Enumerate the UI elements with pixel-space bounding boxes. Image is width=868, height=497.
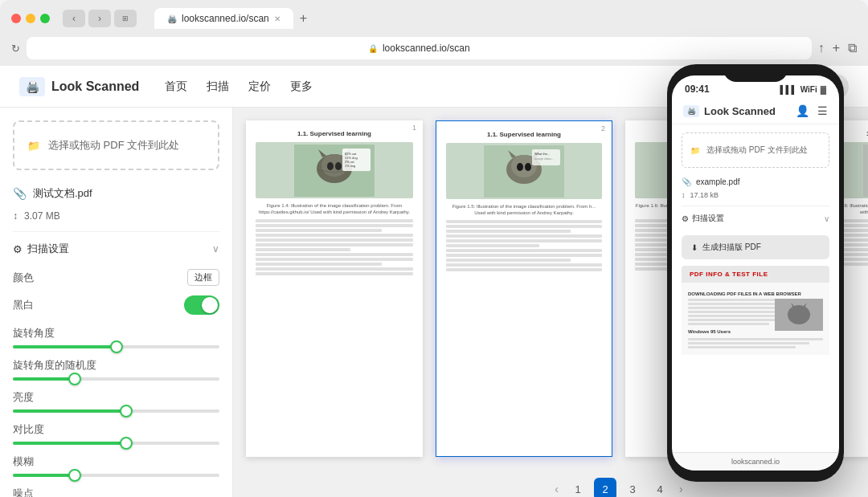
rotation-random-slider-track[interactable]: [13, 377, 219, 381]
phone-file-size: ↕ 17.18 kB: [682, 189, 829, 206]
color-badge[interactable]: 边框: [187, 269, 219, 286]
page-number-2: 2: [601, 124, 605, 132]
page-1-heading: 1.1. Supervised learning: [256, 130, 413, 137]
browser-tab[interactable]: 🖨️ lookscanned.io/scan ✕: [154, 8, 293, 29]
bw-toggle[interactable]: [184, 295, 219, 315]
brightness-thumb[interactable]: [120, 405, 133, 418]
phone-pdf-preview: PDF INFO & TEST FILE DOWNLOADING PDF FIL…: [682, 266, 829, 426]
page-2-image: What the... image class...: [446, 143, 602, 199]
page-2-text: [446, 220, 602, 271]
chevron-icon: ∨: [212, 243, 219, 255]
minimize-button[interactable]: [26, 14, 35, 23]
svg-point-6: [335, 162, 342, 170]
forward-button[interactable]: ›: [88, 10, 111, 27]
page-2-caption: Figure 1.5: Illustration of the image cl…: [446, 204, 602, 217]
maximize-button[interactable]: [40, 14, 50, 23]
phone-generate-btn[interactable]: ⬇ 生成扫描版 PDF: [682, 235, 829, 259]
traffic-lights: [11, 14, 50, 23]
blur-slider-track[interactable]: [13, 474, 219, 477]
brand: 🖨️ Look Scanned: [19, 77, 139, 96]
rotation-slider-track[interactable]: [13, 345, 219, 348]
page-1-image: 82% cat 11% dog 2% rat 1% img: [256, 142, 413, 198]
phone-navbar: 🖨️ Look Scanned 👤 ☰: [672, 98, 839, 124]
brightness-slider-track[interactable]: [13, 409, 219, 413]
phone-file-info: 📎 example.pdf: [682, 174, 829, 189]
svg-text:What the...: What the...: [534, 152, 550, 156]
brand-name: Look Scanned: [51, 79, 139, 94]
add-bookmark-button[interactable]: +: [833, 41, 840, 55]
reload-button[interactable]: ↻: [11, 43, 20, 55]
new-tab-button[interactable]: +: [300, 11, 307, 26]
nav-more[interactable]: 更多: [290, 79, 313, 94]
signal-icon: ▌▌▌: [780, 85, 796, 94]
contrast-fill: [13, 442, 126, 445]
brightness-fill: [13, 409, 126, 413]
phone-chevron-icon: ∨: [824, 214, 829, 223]
next-page-button[interactable]: ›: [676, 483, 686, 495]
tab-overview-button[interactable]: ⧉: [848, 41, 857, 55]
prev-page-button[interactable]: ‹: [551, 483, 562, 495]
scan-settings-section[interactable]: ⚙ 扫描设置 ∨: [13, 231, 219, 264]
contrast-slider-track[interactable]: [13, 442, 219, 445]
blur-thumb[interactable]: [68, 469, 81, 482]
close-button[interactable]: [11, 14, 21, 23]
toggle-label: 黑白: [13, 298, 34, 312]
color-label: 颜色: [13, 271, 34, 285]
phone-menu-icon[interactable]: ☰: [817, 104, 828, 117]
share-button[interactable]: ↑: [818, 41, 825, 55]
scan-settings-icon: ⚙: [13, 243, 23, 255]
tab-close-button[interactable]: ✕: [274, 14, 280, 23]
tab-favicon: 🖨️: [167, 14, 177, 23]
blur-label: 模糊: [13, 454, 219, 469]
phone-brand-name: Look Scanned: [704, 105, 776, 117]
phone-scan-section[interactable]: ⚙ 扫描设置 ∨: [682, 206, 829, 229]
pdf-page-1[interactable]: 1 1.1. Supervised learning: [246, 120, 423, 457]
phone-scan-icon: ⚙: [682, 214, 689, 223]
color-setting: 颜色 边框: [13, 264, 219, 291]
phone-upload-zone[interactable]: 📁 选择或拖动 PDF 文件到此处: [682, 132, 829, 168]
brand-icon: 🖨️: [19, 77, 45, 96]
nav-home[interactable]: 首页: [165, 79, 187, 94]
phone-brand-icon: 🖨️: [683, 105, 699, 117]
phone-screen: 09:41 ▌▌▌ WiFi ▓ 🖨️ Look Scanned 👤 ☰: [672, 75, 839, 471]
rotation-thumb[interactable]: [110, 340, 123, 353]
address-bar[interactable]: 🔒 lookscanned.io/scan: [27, 37, 812, 59]
section-title: ⚙ 扫描设置: [13, 242, 69, 256]
nav-pricing[interactable]: 定价: [248, 79, 271, 94]
address-url: lookscanned.io/scan: [383, 43, 470, 54]
phone-frame: 09:41 ▌▌▌ WiFi ▓ 🖨️ Look Scanned 👤 ☰: [667, 64, 844, 482]
page-btn-3[interactable]: 3: [621, 478, 644, 497]
back-button[interactable]: ‹: [63, 10, 85, 27]
phone-section-title: ⚙ 扫描设置: [682, 213, 724, 224]
phone-user-icon[interactable]: 👤: [796, 104, 809, 117]
rotation-random-slider-row: 旋转角度的随机度: [13, 352, 219, 384]
file-size-value: 3.07 MB: [24, 210, 60, 222]
rotation-random-label: 旋转角度的随机度: [13, 358, 219, 373]
brightness-slider-row: 亮度: [13, 384, 219, 416]
rotation-random-thumb[interactable]: [68, 373, 81, 385]
noise-slider-row: 噪点: [13, 480, 219, 497]
phone-url-bar: lookscanned.io: [672, 452, 839, 471]
page-btn-1[interactable]: 1: [567, 478, 589, 497]
contrast-thumb[interactable]: [120, 437, 133, 450]
upload-label: 选择或拖动 PDF 文件到此处: [48, 138, 179, 153]
pages-button[interactable]: ⊞: [114, 10, 137, 27]
battery-icon: ▓: [821, 85, 826, 94]
blur-slider-row: 模糊: [13, 448, 219, 480]
tab-bar: 🖨️ lookscanned.io/scan ✕ +: [143, 8, 318, 29]
toolbar-right: ↑ + ⧉: [818, 41, 857, 55]
pdf-page-2[interactable]: 2 1.1. Supervised learning What: [436, 120, 612, 457]
page-number-1: 1: [412, 124, 416, 132]
page-2-heading: 1.1. Supervised learning: [446, 131, 602, 138]
file-size: ↕ 3.07 MB: [13, 207, 219, 231]
nav-links: 首页 扫描 定价 更多: [165, 79, 313, 94]
upload-zone[interactable]: 📁 选择或拖动 PDF 文件到此处: [13, 120, 219, 170]
wifi-icon: WiFi: [800, 85, 817, 94]
page-btn-2[interactable]: 2: [594, 478, 616, 497]
noise-label: 噪点: [13, 487, 219, 497]
nav-scan[interactable]: 扫描: [207, 79, 229, 94]
blur-fill: [13, 474, 75, 477]
svg-rect-28: [863, 145, 868, 197]
bw-setting: 黑白: [13, 291, 219, 320]
rotation-label: 旋转角度: [13, 326, 219, 340]
